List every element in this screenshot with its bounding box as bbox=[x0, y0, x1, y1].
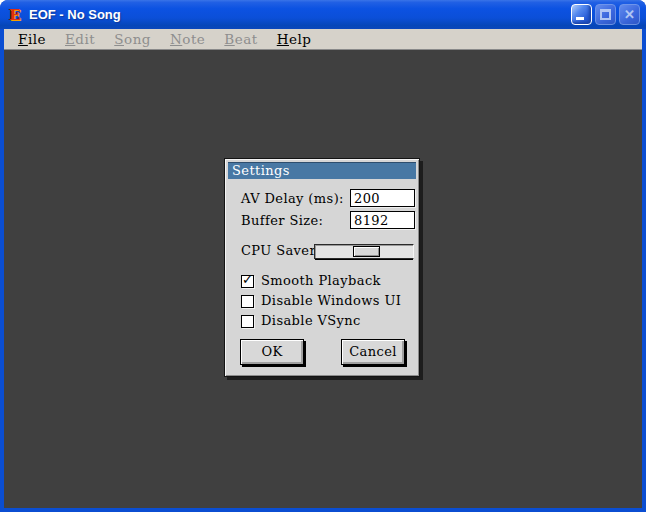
ok-button[interactable]: OK bbox=[240, 339, 304, 365]
close-icon: ✕ bbox=[620, 5, 639, 24]
smooth-playback-row: ✓ Smooth Playback bbox=[241, 274, 381, 288]
disable-windows-ui-checkbox[interactable] bbox=[241, 295, 254, 308]
menu-note: Note bbox=[170, 29, 205, 49]
smooth-playback-label: Smooth Playback bbox=[261, 274, 381, 288]
minimize-icon bbox=[576, 17, 584, 20]
disable-vsync-checkbox[interactable] bbox=[241, 315, 254, 328]
client-area: Settings AV Delay (ms): Buffer Size: CPU… bbox=[4, 50, 642, 508]
disable-windows-ui-row: Disable Windows UI bbox=[241, 294, 401, 308]
menu-help[interactable]: Help bbox=[277, 29, 312, 49]
maximize-button[interactable] bbox=[595, 4, 616, 25]
menu-file[interactable]: File bbox=[18, 29, 46, 49]
window-titlebar: E EOF - No Song ✕ bbox=[0, 0, 646, 29]
av-delay-input[interactable] bbox=[350, 189, 415, 207]
close-button[interactable]: ✕ bbox=[619, 4, 640, 25]
settings-dialog-titlebar: Settings bbox=[228, 162, 416, 179]
cancel-button[interactable]: Cancel bbox=[341, 339, 405, 365]
cpu-saver-slider-thumb[interactable] bbox=[353, 246, 380, 257]
cpu-saver-label: CPU Saver bbox=[241, 242, 316, 260]
disable-windows-ui-label: Disable Windows UI bbox=[261, 294, 401, 308]
av-delay-label: AV Delay (ms): bbox=[241, 190, 344, 208]
buffer-size-label: Buffer Size: bbox=[241, 212, 323, 230]
window-controls: ✕ bbox=[571, 4, 640, 25]
maximize-icon bbox=[600, 9, 611, 20]
menu-beat: Beat bbox=[224, 29, 257, 49]
window-title: EOF - No Song bbox=[29, 0, 571, 29]
menu-edit: Edit bbox=[65, 29, 95, 49]
menu-bar: File Edit Song Note Beat Help bbox=[4, 29, 642, 50]
disable-vsync-row: Disable VSync bbox=[241, 314, 361, 328]
settings-dialog: Settings AV Delay (ms): Buffer Size: CPU… bbox=[224, 158, 420, 377]
smooth-playback-checkbox[interactable]: ✓ bbox=[241, 275, 254, 288]
disable-vsync-label: Disable VSync bbox=[261, 314, 361, 328]
app-icon: E bbox=[7, 7, 23, 23]
buffer-size-input[interactable] bbox=[350, 211, 415, 229]
minimize-button[interactable] bbox=[571, 4, 592, 25]
menu-song: Song bbox=[114, 29, 151, 49]
cpu-saver-slider[interactable] bbox=[314, 244, 414, 259]
app-window: E EOF - No Song ✕ File Edit Song Note Be… bbox=[0, 0, 646, 512]
checkmark-icon: ✓ bbox=[242, 273, 253, 286]
